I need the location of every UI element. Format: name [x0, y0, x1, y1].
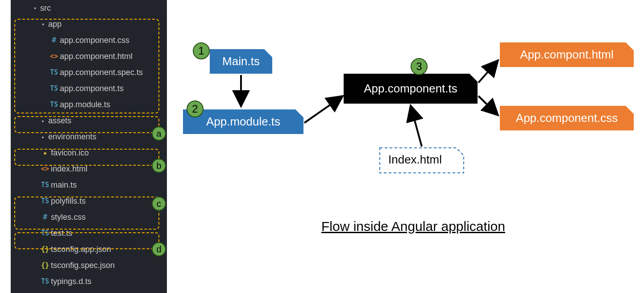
- file-label: polyfills.ts: [51, 197, 86, 206]
- ts-icon: TS: [48, 100, 60, 109]
- file-label: app.component.html: [60, 52, 133, 61]
- folder-label: environments: [48, 132, 96, 142]
- tree-row-file[interactable]: {} tsconfig.app.json: [11, 241, 167, 257]
- tree-row-file[interactable]: <> app.component.html: [11, 48, 167, 64]
- file-label: app.module.ts: [60, 100, 110, 109]
- tree-row-file[interactable]: TS test.ts: [11, 225, 167, 241]
- file-label: app.component.css: [60, 36, 129, 45]
- tree-row-file[interactable]: TS typings.d.ts: [11, 273, 167, 289]
- tree-row-file[interactable]: TS app.component.spec.ts: [11, 64, 167, 80]
- tree-row-app[interactable]: ▾ app: [11, 16, 167, 32]
- file-label: typings.d.ts: [51, 277, 91, 286]
- tree-row-file[interactable]: ★ favicon.ico: [11, 145, 167, 161]
- badge-2: 2: [187, 100, 204, 117]
- badge-b: b: [152, 159, 166, 173]
- file-label: favicon.ico: [51, 148, 89, 158]
- html-icon: <>: [39, 165, 51, 173]
- hash-icon: #: [48, 36, 60, 44]
- json-icon: {}: [39, 245, 51, 253]
- badge-a: a: [152, 126, 166, 141]
- ts-icon: TS: [39, 229, 51, 237]
- tree-row-file[interactable]: {} tsconfig.spec.json: [11, 257, 167, 273]
- svg-line-1: [304, 96, 343, 123]
- file-label: main.ts: [51, 180, 77, 190]
- svg-line-4: [478, 96, 498, 115]
- arrows: [179, 0, 638, 223]
- tree-row-file[interactable]: # styles.css: [11, 209, 167, 225]
- file-label: index.html: [51, 164, 87, 174]
- flow-diagram: Main.ts App.module.ts App.component.ts A…: [179, 0, 638, 293]
- file-tree: ▾ src ▾ app # app.component.css <> app.c…: [11, 0, 167, 293]
- file-label: test.ts: [51, 229, 72, 238]
- tree-row-environments[interactable]: ▸ environments: [11, 129, 167, 145]
- svg-line-3: [478, 60, 498, 83]
- ts-icon: TS: [48, 68, 60, 76]
- tree-row-file[interactable]: TS app.component.ts: [11, 80, 167, 96]
- star-icon: ★: [39, 149, 51, 157]
- badge-3: 3: [411, 58, 428, 75]
- tree-row-file[interactable]: TS polyfills.ts: [11, 193, 167, 209]
- folder-label: src: [40, 4, 51, 13]
- tree-row-file[interactable]: TS main.ts: [11, 177, 167, 193]
- tree-row-file[interactable]: <> index.html: [11, 161, 167, 177]
- file-label: tsconfig.spec.json: [51, 261, 115, 270]
- ts-icon: TS: [39, 277, 51, 285]
- svg-line-2: [411, 105, 422, 146]
- chevron-right-icon: ▸: [39, 117, 46, 124]
- ts-icon: TS: [39, 181, 51, 189]
- folder-label: app: [48, 20, 62, 29]
- json-icon: {}: [39, 261, 51, 269]
- file-label: app.component.spec.ts: [60, 68, 143, 77]
- file-label: app.component.ts: [60, 84, 124, 93]
- chevron-down-icon: ▾: [39, 21, 46, 28]
- badge-1: 1: [193, 42, 210, 59]
- tree-row-assets[interactable]: ▸ assets: [11, 113, 167, 129]
- tree-row-file[interactable]: TS app.module.ts: [11, 96, 167, 113]
- folder-label: assets: [48, 116, 71, 126]
- tree-row-src[interactable]: ▾ src: [11, 0, 167, 16]
- diagram-caption: Flow inside Angular application: [321, 219, 505, 234]
- chevron-down-icon: ▾: [31, 4, 38, 12]
- chevron-right-icon: ▸: [39, 133, 46, 140]
- ts-icon: TS: [48, 84, 60, 92]
- badge-c: c: [152, 197, 166, 211]
- html-icon: <>: [48, 52, 60, 60]
- file-label: styles.css: [51, 213, 86, 222]
- ts-icon: TS: [39, 197, 51, 205]
- badge-d: d: [152, 242, 166, 256]
- hash-icon: #: [39, 213, 51, 221]
- file-label: tsconfig.app.json: [51, 245, 111, 254]
- tree-row-file[interactable]: # app.component.css: [11, 32, 167, 48]
